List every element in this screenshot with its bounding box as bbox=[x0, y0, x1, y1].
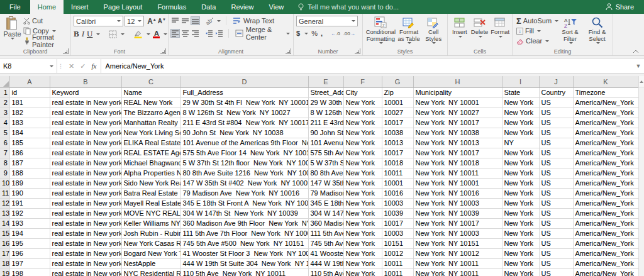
cell-styles-button[interactable]: Cell Styles bbox=[421, 16, 445, 47]
scroll-up-button[interactable] bbox=[639, 76, 644, 87]
cell-F18[interactable]: New York bbox=[343, 258, 382, 268]
tab-file[interactable]: File bbox=[0, 0, 30, 14]
cell-C17[interactable]: Bogard New York T bbox=[121, 248, 180, 258]
cell-C15[interactable]: Josh Rubin - Rubin bbox=[121, 228, 180, 238]
cell-D19[interactable]: 110 5th Ave New York NY 10011 bbox=[180, 268, 308, 276]
cell-D8[interactable]: 5 W 37th St 12th floor New York NY 10018 bbox=[180, 158, 308, 168]
cell-C16[interactable]: New York Casas Re bbox=[121, 238, 180, 248]
align-center-button[interactable] bbox=[181, 30, 189, 37]
cell-I15[interactable]: New York bbox=[502, 228, 539, 238]
cell-D17[interactable]: 41 Wooster St Floor 3 New York NY 10012 bbox=[180, 248, 308, 258]
cell-B4[interactable]: real estate in New york bbox=[50, 118, 121, 128]
cell-H5[interactable]: New York NY 10038 bbox=[413, 128, 502, 138]
cell-J6[interactable]: US bbox=[539, 138, 573, 148]
cell-H6[interactable]: New York NY 10013 bbox=[413, 138, 502, 148]
cell-G2[interactable]: 10001 bbox=[382, 97, 413, 108]
cell-B10[interactable]: real estate in New york bbox=[50, 178, 121, 188]
cell-E13[interactable]: 304 W 147th St bbox=[308, 208, 343, 218]
cell-A5[interactable]: 184 bbox=[9, 128, 50, 138]
cell-G12[interactable]: 10003 bbox=[382, 198, 413, 208]
cell-E7[interactable]: 575 5th Ave Floor 14 bbox=[308, 148, 343, 158]
italic-button[interactable]: I bbox=[82, 29, 84, 39]
cell-K3[interactable]: America/New_York bbox=[573, 108, 638, 118]
cell-H16[interactable]: New York NY 10151 bbox=[413, 238, 502, 248]
cell-K11[interactable]: America/New_York bbox=[573, 188, 638, 198]
cell-G19[interactable]: 10011 bbox=[382, 268, 413, 276]
cell-K14[interactable]: America/New_York bbox=[573, 218, 638, 228]
row-header-19[interactable]: 19 bbox=[0, 268, 9, 276]
increase-indent-button[interactable] bbox=[215, 30, 223, 37]
cell-J14[interactable]: US bbox=[539, 218, 573, 228]
cell-H10[interactable]: New York NY 10001 bbox=[413, 178, 502, 188]
cell-F5[interactable]: New York bbox=[343, 128, 382, 138]
cell-H4[interactable]: New York NY 10017 bbox=[413, 118, 502, 128]
row-header-11[interactable]: 11 bbox=[0, 188, 9, 198]
align-right-button[interactable] bbox=[191, 30, 199, 37]
row-header-16[interactable]: 16 bbox=[0, 238, 9, 248]
column-header-B[interactable]: B bbox=[50, 76, 121, 87]
font-size-combobox[interactable]: 12 bbox=[125, 16, 144, 26]
cell-A14[interactable]: 193 bbox=[9, 218, 50, 228]
cell-J19[interactable]: US bbox=[539, 268, 573, 276]
fill-button[interactable]: ↓ Fill bbox=[515, 26, 557, 36]
cell-K13[interactable]: America/New_York bbox=[573, 208, 638, 218]
cell-K10[interactable]: America/New_York bbox=[573, 178, 638, 188]
cell-F19[interactable]: New York bbox=[343, 268, 382, 276]
cell-A1[interactable]: id bbox=[9, 87, 50, 97]
cell-F2[interactable]: New York bbox=[343, 97, 382, 108]
cell-H2[interactable]: New York NY 10001 bbox=[413, 97, 502, 108]
cell-F10[interactable]: New York bbox=[343, 178, 382, 188]
cell-E15[interactable]: 111 5th Ave 7th Floor bbox=[308, 228, 343, 238]
font-name-combobox[interactable]: Calibri bbox=[74, 16, 123, 26]
row-header-9[interactable]: 9 bbox=[0, 168, 9, 178]
cell-I8[interactable]: New York bbox=[502, 158, 539, 168]
cell-K6[interactable]: America/New_York bbox=[573, 138, 638, 148]
cell-D11[interactable]: 79 Madison Ave New York NY 10016 bbox=[180, 188, 308, 198]
cell-D13[interactable]: 304 W 147th St New York NY 10039 bbox=[180, 208, 308, 218]
cell-H18[interactable]: New York NY 10011 bbox=[413, 258, 502, 268]
sort-filter-button[interactable]: AZ Sort & Filter bbox=[557, 16, 584, 47]
column-header-A[interactable]: A bbox=[9, 76, 50, 87]
cell-C8[interactable]: Michael Bhagwand bbox=[121, 158, 180, 168]
cell-G16[interactable]: 10151 bbox=[382, 238, 413, 248]
cell-E1[interactable]: Street_Address bbox=[308, 87, 343, 97]
row-header-17[interactable]: 17 bbox=[0, 248, 9, 258]
font-color-button[interactable]: A bbox=[153, 30, 160, 38]
cell-D2[interactable]: 29 W 30th St 4th Fl New York NY 10001 bbox=[180, 97, 308, 108]
cell-D6[interactable]: 101 Avenue of the Americas 9th Floor New… bbox=[180, 138, 308, 148]
cell-C5[interactable]: New York Living So bbox=[121, 128, 180, 138]
cell-G5[interactable]: 10038 bbox=[382, 128, 413, 138]
cell-B8[interactable]: real estate in New york bbox=[50, 158, 121, 168]
fill-color-button[interactable] bbox=[133, 30, 143, 38]
conditional-formatting-button[interactable]: ≠ Conditional Formatting bbox=[365, 16, 396, 47]
cell-G9[interactable]: 10011 bbox=[382, 168, 413, 178]
cell-E9[interactable]: 80 8th Ave Suite 1216 bbox=[308, 168, 343, 178]
column-header-H[interactable]: H bbox=[413, 76, 502, 87]
cell-A18[interactable]: 197 bbox=[9, 258, 50, 268]
cell-B18[interactable]: real estate in New york bbox=[50, 258, 121, 268]
column-header-K[interactable]: K bbox=[573, 76, 638, 87]
cell-C12[interactable]: Mayell Real Estate bbox=[121, 198, 180, 208]
expand-formula-bar-icon[interactable]: ▼ bbox=[633, 59, 644, 73]
row-header-13[interactable]: 13 bbox=[0, 208, 9, 218]
delete-cells-button[interactable]: Delete bbox=[470, 16, 489, 47]
cell-J15[interactable]: US bbox=[539, 228, 573, 238]
cell-H1[interactable]: Municipality bbox=[413, 87, 502, 97]
cell-H17[interactable]: New York NY 10012 bbox=[413, 248, 502, 258]
comma-style-button[interactable]: , bbox=[321, 30, 323, 37]
grow-font-button[interactable]: A▲ bbox=[147, 17, 157, 26]
column-header-D[interactable]: D bbox=[180, 76, 308, 87]
align-top-button[interactable] bbox=[171, 17, 179, 25]
cell-B16[interactable]: real estate in New york bbox=[50, 238, 121, 248]
cell-H8[interactable]: New York NY 10018 bbox=[413, 158, 502, 168]
cell-J4[interactable]: US bbox=[539, 118, 573, 128]
cell-C2[interactable]: REAL New York bbox=[121, 97, 180, 108]
select-all-corner[interactable] bbox=[0, 76, 9, 87]
cell-C1[interactable]: Name bbox=[121, 87, 180, 97]
cell-C18[interactable]: NestApple bbox=[121, 258, 180, 268]
cell-A12[interactable]: 191 bbox=[9, 198, 50, 208]
tab-formulas[interactable]: Formulas bbox=[150, 0, 194, 14]
cell-E11[interactable]: 79 Madison Ave bbox=[308, 188, 343, 198]
shrink-font-button[interactable]: A▼ bbox=[158, 18, 166, 25]
cell-C14[interactable]: Keller Williams NY bbox=[121, 218, 180, 228]
